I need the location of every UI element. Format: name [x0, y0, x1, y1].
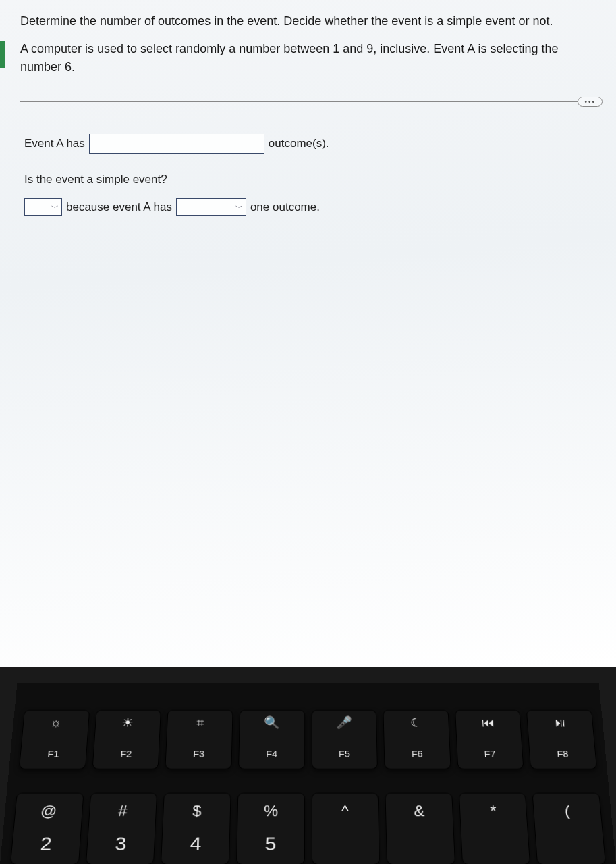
key-label: F3 — [193, 749, 204, 759]
key-2: @ 2 — [11, 794, 83, 864]
chevron-down-icon: ﹀ — [51, 202, 59, 213]
key-symbol: % — [264, 803, 278, 820]
quiz-screen: Determine the number of outcomes in the … — [0, 0, 616, 667]
key-f2: ☀ F2 — [92, 711, 161, 769]
physical-keyboard: ☼ F1 ☀ F2 ⌗ F3 🔍 F4 🎤 F5 ☾ F6 ⏮ F7 ⏯ F — [0, 683, 616, 864]
key-f7: ⏮ F7 — [455, 711, 524, 769]
more-options-button[interactable]: ••• — [578, 97, 603, 107]
question-line-2: A computer is used to select randomly a … — [20, 40, 603, 76]
key-f6: ☾ F6 — [384, 711, 451, 769]
question-line-1: Determine the number of outcomes in the … — [20, 12, 603, 30]
outcomes-row: Event A has outcome(s). — [24, 134, 603, 154]
key-f4: 🔍 F4 — [239, 711, 304, 769]
search-icon: 🔍 — [264, 716, 280, 728]
task-view-icon: ⌗ — [196, 716, 204, 728]
key-label: F1 — [47, 749, 59, 759]
key-number: 4 — [190, 833, 202, 855]
key-9: ( — [533, 794, 605, 864]
key-4: $ 4 — [161, 794, 230, 864]
key-label: F4 — [266, 749, 277, 759]
key-symbol: $ — [192, 803, 202, 820]
yes-no-select[interactable]: ﹀ — [24, 198, 62, 216]
key-label: F2 — [120, 749, 132, 759]
divider-row: ••• — [20, 97, 603, 107]
brightness-down-icon: ☼ — [49, 716, 62, 728]
prev-track-icon: ⏮ — [481, 716, 495, 728]
relation-select[interactable]: ﹀ — [176, 198, 246, 216]
moon-icon: ☾ — [410, 716, 422, 728]
divider-line — [20, 101, 579, 102]
accent-bar — [0, 40, 5, 68]
event-a-has-label: Event A has — [24, 137, 85, 151]
key-symbol: @ — [40, 803, 57, 820]
key-8: * — [459, 794, 530, 864]
key-label: F6 — [412, 749, 423, 759]
key-label: F8 — [557, 749, 569, 759]
key-f8: ⏯ F8 — [527, 711, 596, 769]
answer-block: Event A has outcome(s). Is the event a s… — [20, 134, 603, 216]
key-3: # 3 — [86, 794, 157, 864]
outcomes-input[interactable] — [89, 134, 264, 154]
key-number: 5 — [265, 833, 277, 855]
reason-row: ﹀ because event A has ﹀ one outcome. — [24, 198, 603, 216]
brightness-up-icon: ☀ — [121, 716, 134, 728]
key-label: F5 — [339, 749, 350, 759]
chevron-down-icon: ﹀ — [235, 202, 243, 213]
function-key-row: ☼ F1 ☀ F2 ⌗ F3 🔍 F4 🎤 F5 ☾ F6 ⏮ F7 ⏯ F — [9, 707, 607, 772]
question-block: Determine the number of outcomes in the … — [20, 12, 603, 76]
because-label: because event A has — [66, 200, 172, 214]
one-outcome-label: one outcome. — [250, 200, 320, 214]
key-f1: ☼ F1 — [20, 711, 89, 769]
play-pause-icon: ⏯ — [553, 716, 567, 728]
outcomes-suffix-label: outcome(s). — [269, 137, 329, 151]
key-number: 3 — [115, 833, 127, 855]
key-symbol: # — [118, 803, 128, 820]
key-symbol: ( — [564, 803, 571, 820]
key-7: & — [386, 794, 455, 864]
key-number: 2 — [40, 833, 53, 855]
key-symbol: & — [414, 803, 425, 820]
key-f3: ⌗ F3 — [166, 711, 233, 769]
key-symbol: * — [490, 803, 497, 820]
number-key-row: @ 2 # 3 $ 4 % 5 ^ & * ( — [0, 790, 616, 864]
key-f5: 🎤 F5 — [312, 711, 377, 769]
key-5: % 5 — [237, 794, 304, 864]
key-symbol: ^ — [341, 803, 349, 820]
simple-event-question: Is the event a simple event? — [24, 173, 603, 186]
key-label: F7 — [484, 749, 496, 759]
key-6: ^ — [312, 794, 379, 864]
mic-icon: 🎤 — [336, 716, 352, 728]
